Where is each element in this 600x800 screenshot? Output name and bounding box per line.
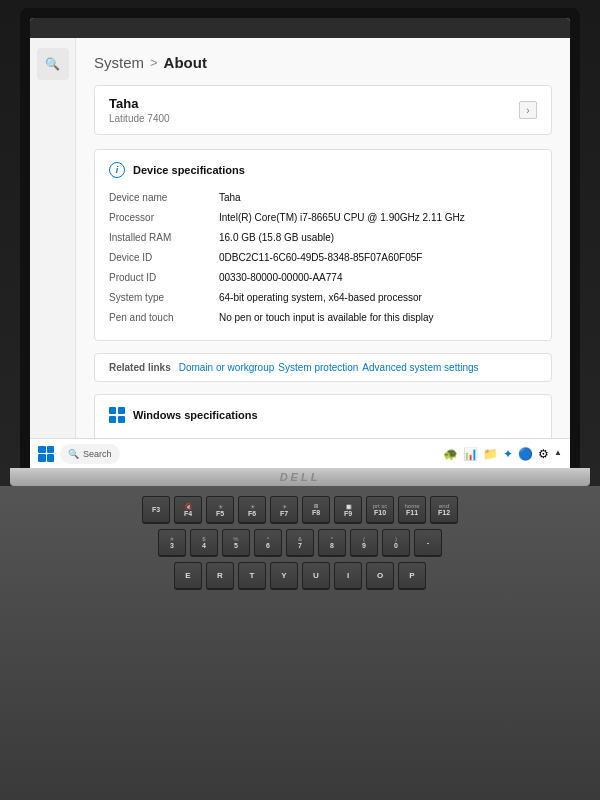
keyboard-key[interactable]: #3 xyxy=(158,529,186,557)
spec-label: Device name xyxy=(109,191,219,205)
keyboard-key-y[interactable]: Y xyxy=(270,562,298,590)
keyboard-key[interactable]: ☀F6 xyxy=(238,496,266,524)
start-sq-2 xyxy=(47,446,55,454)
key-label: R xyxy=(217,571,223,580)
windows-specs-title: Windows specifications xyxy=(133,409,258,421)
key-bottom: F3 xyxy=(152,506,160,513)
keyboard-key-e[interactable]: E xyxy=(174,562,202,590)
spec-value: 0DBC2C11-6C60-49D5-8348-85F07A60F05F xyxy=(219,251,537,265)
taskbar-search-label: Search xyxy=(83,449,112,459)
keyboard-key-u[interactable]: U xyxy=(302,562,330,590)
key-bottom: 6 xyxy=(266,542,270,549)
key-label: I xyxy=(347,571,349,580)
section-header-windows: Windows specifications xyxy=(109,407,537,423)
key-bottom: 0 xyxy=(394,542,398,549)
keyboard-key[interactable]: &7 xyxy=(286,529,314,557)
taskbar-icon-chrome: 🔵 xyxy=(518,447,533,461)
scroll-right-button[interactable]: › xyxy=(519,101,537,119)
main-content[interactable]: System > About Taha Latitude 7400 › xyxy=(76,38,570,438)
keyboard-key[interactable]: ^6 xyxy=(254,529,282,557)
taskbar-system-icons: 🐢 📊 📁 ✦ 🔵 ⚙ ▲ xyxy=(443,447,562,461)
taskbar-time: ▲ xyxy=(554,448,562,458)
key-label: O xyxy=(377,571,383,580)
key-bottom: F12 xyxy=(438,509,450,516)
keyboard-key-p[interactable]: P xyxy=(398,562,426,590)
start-sq-4 xyxy=(47,454,55,462)
device-header-card: Taha Latitude 7400 › xyxy=(94,85,552,135)
device-specs-title: Device specifications xyxy=(133,164,245,176)
related-link-advanced[interactable]: Advanced system settings xyxy=(362,362,478,373)
win-body: 🔍 System > About Taha Lati xyxy=(30,38,570,438)
taskbar-search-icon: 🔍 xyxy=(68,449,79,459)
keyboard-key-i[interactable]: I xyxy=(334,562,362,590)
taskbar-search-box[interactable]: 🔍 Search xyxy=(60,444,120,464)
keyboard-key-o[interactable]: O xyxy=(366,562,394,590)
key-bottom: F11 xyxy=(406,509,418,516)
key-label: P xyxy=(409,571,414,580)
keyboard-key[interactable]: - xyxy=(414,529,442,557)
spec-row: System type 64-bit operating system, x64… xyxy=(109,288,537,308)
keyboard-key[interactable]: *8 xyxy=(318,529,346,557)
windows-specifications-section: Windows specifications Edition Windows 1… xyxy=(94,394,552,438)
keyboard-key-r[interactable]: R xyxy=(206,562,234,590)
sidebar: 🔍 xyxy=(30,38,76,438)
laptop-logo: DELL xyxy=(280,471,321,483)
keyboard-row-letters: ERTYUIOP xyxy=(20,562,580,590)
keyboard-key[interactable]: 🔇F4 xyxy=(174,496,202,524)
key-label: T xyxy=(250,571,255,580)
device-name-main: Taha xyxy=(109,96,170,111)
spec-value: Taha xyxy=(219,191,537,205)
win-sq-1 xyxy=(109,407,116,414)
spec-label: Installed RAM xyxy=(109,231,219,245)
keyboard-key[interactable]: homeF11 xyxy=(398,496,426,524)
keyboard-key[interactable]: 🔲F9 xyxy=(334,496,362,524)
spec-label: Device ID xyxy=(109,251,219,265)
spec-row: Device ID 0DBC2C11-6C60-49D5-8348-85F07A… xyxy=(109,248,537,268)
breadcrumb-arrow: > xyxy=(150,55,158,70)
device-info: Taha Latitude 7400 xyxy=(109,96,170,124)
win-sq-2 xyxy=(118,407,125,414)
device-specifications-section: i Device specifications Device name Taha… xyxy=(94,149,552,341)
keyboard-key[interactable]: $4 xyxy=(190,529,218,557)
keyboard-key[interactable]: prt scF10 xyxy=(366,496,394,524)
spec-value: No pen or touch input is available for t… xyxy=(219,311,537,325)
keyboard-key[interactable]: endF12 xyxy=(430,496,458,524)
spec-label: System type xyxy=(109,291,219,305)
keyboard-key[interactable]: 🖥F8 xyxy=(302,496,330,524)
key-bottom: 5 xyxy=(234,542,238,549)
info-icon: i xyxy=(109,162,125,178)
taskbar-icon-bar: 📊 xyxy=(463,447,478,461)
key-label: Y xyxy=(281,571,286,580)
key-bottom: 9 xyxy=(362,542,366,549)
taskbar-chevron[interactable]: ▲ xyxy=(554,448,562,458)
spec-row: Pen and touch No pen or touch input is a… xyxy=(109,308,537,328)
spec-value: Intel(R) Core(TM) i7-8665U CPU @ 1.90GHz… xyxy=(219,211,537,225)
key-bottom: 4 xyxy=(202,542,206,549)
taskbar-icon-vscode: ✦ xyxy=(503,447,513,461)
taskbar-icon-turtle: 🐢 xyxy=(443,447,458,461)
keyboard-key[interactable]: )0 xyxy=(382,529,410,557)
taskbar-start-button[interactable] xyxy=(38,446,54,462)
keyboard-key[interactable]: ☀F5 xyxy=(206,496,234,524)
device-model: Latitude 7400 xyxy=(109,113,170,124)
key-top: ☀ xyxy=(282,503,287,510)
sidebar-search-icon[interactable]: 🔍 xyxy=(37,48,69,80)
taskbar-icon-gear: ⚙ xyxy=(538,447,549,461)
related-link-protection[interactable]: System protection xyxy=(278,362,358,373)
keyboard-key[interactable]: ☀F7 xyxy=(270,496,298,524)
breadcrumb-system[interactable]: System xyxy=(94,54,144,71)
screen-top-photo xyxy=(30,18,570,38)
keyboard-key[interactable]: %5 xyxy=(222,529,250,557)
spec-row: Product ID 00330-80000-00000-AA774 xyxy=(109,268,537,288)
key-bottom: F5 xyxy=(216,510,224,517)
key-label: U xyxy=(313,571,319,580)
related-link-domain[interactable]: Domain or workgroup xyxy=(179,362,275,373)
spec-value: 64-bit operating system, x64-based proce… xyxy=(219,291,537,305)
keyboard-key[interactable]: F3 xyxy=(142,496,170,524)
key-top: 🔲 xyxy=(345,503,352,510)
key-bottom: F6 xyxy=(248,510,256,517)
laptop-body: DELL xyxy=(10,468,590,486)
keyboard-key[interactable]: (9 xyxy=(350,529,378,557)
taskbar: 🔍 Search 🐢 📊 📁 ✦ 🔵 ⚙ ▲ xyxy=(30,438,570,468)
keyboard-key-t[interactable]: T xyxy=(238,562,266,590)
